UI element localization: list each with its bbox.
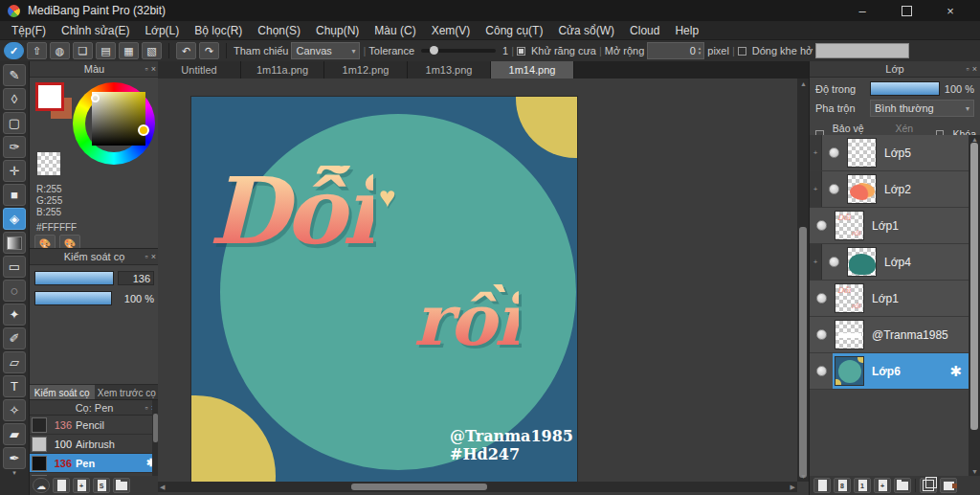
layer-row-lp5[interactable]: +Lớp5 (810, 135, 969, 171)
document-tab-untitled[interactable]: Untitled (158, 61, 241, 79)
merge-layer-button[interactable] (940, 478, 957, 493)
close-gap-color-swatch[interactable] (815, 43, 909, 58)
select-pen-tool[interactable]: ✐ (3, 327, 26, 349)
vertical-scrollbar[interactable]: ▲ ▼ (797, 79, 809, 482)
tab-brush-preview[interactable]: Xem trước cọ (95, 384, 160, 400)
cloud-upload-button[interactable]: ☁ (33, 478, 50, 493)
scroll-down-icon[interactable]: ▼ (971, 468, 978, 475)
blend-mode-dropdown[interactable]: Bình thường ▾ (870, 100, 974, 117)
menu-item-8[interactable]: Xem(V) (424, 24, 479, 37)
menu-item-10[interactable]: Cửa sổ(W) (550, 24, 622, 37)
add-folder-button[interactable] (894, 478, 911, 493)
scroll-left-icon[interactable]: ◀ (160, 484, 165, 491)
layer-row-body[interactable]: Lớp5 (845, 135, 969, 170)
brush-folder-button[interactable] (113, 478, 130, 493)
layer-visibility-toggle[interactable] (822, 257, 845, 267)
tolerance-slider[interactable] (421, 49, 496, 53)
foreground-color-swatch[interactable] (35, 82, 64, 111)
gradient-tool[interactable] (3, 232, 26, 254)
layer-row-body[interactable]: Lớp4 (845, 244, 969, 280)
canvas-viewport[interactable]: Dỗi ♥ rồi @Tranma1985 #Hd247 (158, 79, 797, 482)
polyline-tool[interactable]: ✑ (3, 136, 26, 158)
saturation-value-square[interactable] (92, 92, 145, 146)
brush-tool[interactable]: ✎ (3, 64, 26, 86)
panel-popup-icon[interactable]: ▫ (145, 403, 148, 413)
layer-visibility-toggle[interactable] (810, 329, 833, 340)
magic-wand-tool[interactable]: ✦ (3, 304, 26, 326)
restore-button[interactable] (884, 0, 928, 21)
globe-comment-icon[interactable]: ◍ (50, 42, 70, 59)
menu-item-12[interactable]: Help (667, 24, 706, 37)
comment-icon[interactable]: ❏ (73, 42, 93, 59)
layer-row-lp2[interactable]: +Lớp2 (810, 171, 969, 208)
artboard[interactable]: Dỗi ♥ rồi @Tranma1985 #Hd247 (191, 97, 577, 482)
panel-popup-icon[interactable]: ▫ (967, 64, 969, 74)
select-eraser-tool[interactable]: ▱ (3, 351, 26, 373)
select-rect-tool[interactable]: ▭ (3, 256, 26, 278)
layer-row-body[interactable]: Lớp6✱ (833, 353, 969, 389)
layers-scrollbar[interactable]: ▲ ▼ (969, 135, 980, 476)
document-tab-1m13png[interactable]: 1m13.png (408, 61, 491, 79)
menu-item-3[interactable]: Lớp(L) (137, 24, 187, 37)
brush-item-airbrush[interactable]: 100Airbrush (30, 435, 159, 454)
layer-row-body[interactable]: Lớp2 (845, 171, 969, 207)
panel-popup-icon[interactable]: ▫ (145, 252, 148, 261)
spinner-arrows-icon[interactable]: ▴▾ (699, 46, 702, 56)
document-tab-1m12png[interactable]: 1m12.png (324, 61, 408, 79)
bucket-tool[interactable]: ◈ (3, 208, 26, 230)
layer-visibility-toggle[interactable] (822, 184, 845, 194)
panel-popup-icon[interactable]: ▫ (145, 64, 148, 74)
menu-item-1[interactable]: Tệp(F) (4, 24, 54, 37)
control-point-tool[interactable]: ✧ (3, 399, 26, 421)
document-tab-1m11apng[interactable]: 1m11a.png (241, 61, 324, 79)
new-brush-button[interactable] (53, 478, 70, 493)
duplicate-brush-button[interactable]: + (73, 478, 90, 493)
tolerance-slider-knob[interactable] (430, 46, 438, 55)
eyedropper-tool[interactable]: ✒ (3, 447, 26, 469)
layer-row-body[interactable]: DỗirồiLớp1 (833, 281, 969, 316)
vertical-scroll-thumb[interactable] (799, 227, 807, 478)
layer-visibility-toggle[interactable] (822, 147, 845, 158)
scroll-up-icon[interactable]: ▲ (971, 136, 978, 143)
text-tool[interactable]: T (3, 375, 26, 397)
panel-close-icon[interactable]: × (151, 252, 156, 261)
layer-row-body[interactable]: @Tranma1985 (833, 317, 969, 352)
shape-brush-tool[interactable]: ▢ (3, 112, 26, 134)
layer-settings-gear-icon[interactable]: ✱ (949, 363, 962, 380)
cloud-check-icon[interactable]: ✓ (4, 42, 24, 59)
fill-rect-tool[interactable]: ■ (3, 184, 26, 206)
minimize-button[interactable]: – (840, 0, 884, 21)
menu-item-11[interactable]: Cloud (622, 24, 667, 37)
share-icon[interactable]: ⇧ (27, 42, 47, 59)
brush-item-pen[interactable]: 136Pen✱ (30, 454, 159, 473)
brush-size-value[interactable]: 136 (118, 271, 154, 285)
layer-visibility-toggle[interactable] (810, 293, 833, 304)
document-tab-1m14png[interactable]: 1m14.png (491, 61, 574, 79)
layer-row-lp4[interactable]: +Lớp4 (810, 244, 969, 281)
close-button[interactable]: × (928, 0, 972, 21)
layers-scroll-thumb[interactable] (970, 143, 978, 430)
layer-row-lp6[interactable]: Lớp6✱ (810, 353, 969, 390)
document-icon[interactable]: ▤ (96, 42, 116, 59)
scroll-right-icon[interactable]: ▶ (791, 484, 795, 491)
menu-item-9[interactable]: Công cụ(T) (478, 24, 550, 37)
eraser-tool[interactable]: ◊ (3, 88, 26, 110)
layer-row-body[interactable]: DỗirồiLớp1 (833, 208, 969, 243)
horizontal-scroll-thumb[interactable] (351, 484, 487, 490)
menu-item-5[interactable]: Chọn(S) (250, 24, 308, 37)
layer-visibility-toggle[interactable] (810, 366, 833, 376)
script-brush-button[interactable]: S (93, 478, 110, 493)
layout-edit-icon[interactable]: ▧ (142, 42, 162, 59)
redo-button[interactable]: ↷ (199, 42, 219, 59)
brush-size-slider[interactable] (34, 271, 114, 285)
scroll-up-icon[interactable]: ▲ (800, 80, 807, 87)
add-special-layer-button[interactable]: + (874, 478, 891, 493)
horizontal-scrollbar[interactable]: ◀ ▶ (158, 482, 797, 492)
move-tool[interactable]: ✛ (3, 160, 26, 182)
layer-opacity-slider[interactable] (870, 81, 940, 96)
layer-visibility-toggle[interactable] (810, 220, 833, 231)
panel-close-icon[interactable]: × (972, 64, 977, 74)
menu-item-7[interactable]: Màu (C) (367, 24, 423, 37)
add-layer-button[interactable] (813, 478, 831, 493)
reference-dropdown[interactable]: Canvas ▾ (291, 42, 360, 59)
